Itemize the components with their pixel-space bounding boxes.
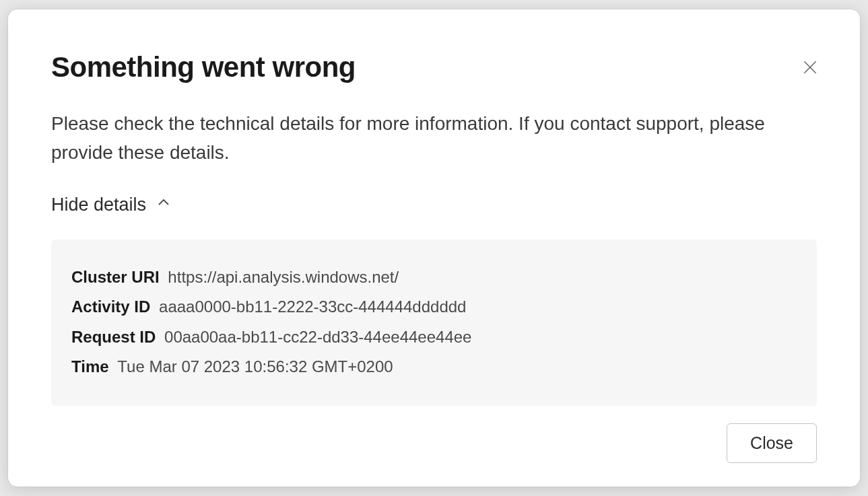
time-value: Tue Mar 07 2023 10:56:32 GMT+0200 — [117, 357, 393, 376]
error-dialog: Something went wrong Please check the te… — [8, 9, 860, 487]
dialog-title: Something went wrong — [51, 51, 356, 83]
activity-id-label: Activity ID — [71, 297, 150, 316]
detail-row-time: Time Tue Mar 07 2023 10:56:32 GMT+0200 — [71, 352, 797, 382]
request-id-value: 00aa00aa-bb11-cc22-dd33-44ee44ee44ee — [164, 328, 471, 346]
activity-id-value: aaaa0000-bb11-2222-33cc-444444dddddd — [159, 297, 466, 316]
cluster-uri-label: Cluster URI — [71, 268, 160, 286]
details-panel: Cluster URI https://api.analysis.windows… — [51, 240, 817, 406]
detail-row-activity-id: Activity ID aaaa0000-bb11-2222-33cc-4444… — [71, 292, 797, 322]
close-icon[interactable] — [799, 57, 821, 78]
close-button[interactable]: Close — [727, 423, 817, 463]
time-label: Time — [71, 357, 109, 376]
details-toggle-label: Hide details — [51, 194, 146, 215]
cluster-uri-value: https://api.analysis.windows.net/ — [168, 268, 399, 286]
dialog-description: Please check the technical details for m… — [51, 109, 765, 168]
chevron-up-icon — [156, 194, 172, 215]
details-toggle[interactable]: Hide details — [51, 194, 172, 215]
request-id-label: Request ID — [71, 328, 156, 346]
detail-row-cluster-uri: Cluster URI https://api.analysis.windows… — [71, 262, 797, 292]
dialog-footer: Close — [51, 423, 817, 463]
detail-row-request-id: Request ID 00aa00aa-bb11-cc22-dd33-44ee4… — [71, 322, 797, 352]
dialog-header: Something went wrong — [51, 51, 817, 83]
